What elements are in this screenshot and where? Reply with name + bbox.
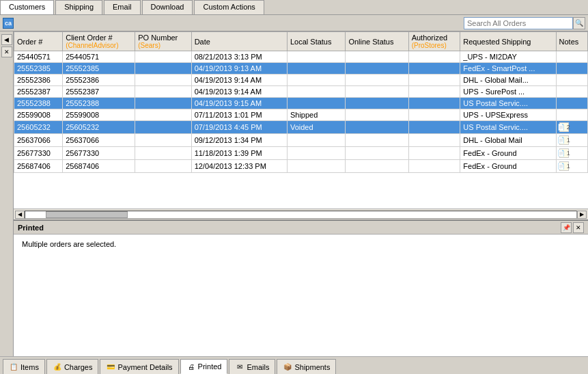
cell-4 [287, 147, 345, 160]
table-row[interactable]: 256052322560523207/19/2013 4:45 PMVoided… [14, 121, 588, 134]
search-button[interactable]: 🔍 [573, 17, 585, 29]
cell-1: 25552385 [63, 63, 135, 75]
table-container: Order # Client Order # (ChannelAdvisor) … [14, 31, 588, 356]
col-po[interactable]: PO Number (Sears) [135, 32, 191, 51]
col-client-order[interactable]: Client Order # (ChannelAdvisor) [63, 32, 135, 51]
table-row[interactable]: 255523852555238504/19/2013 9:13 AMFedEx … [14, 63, 588, 75]
cell-7: US Postal Servic.... [460, 98, 556, 109]
cell-notes: 📄 1 [556, 160, 587, 173]
search-input[interactable] [464, 17, 573, 29]
cell-1: 25637066 [63, 134, 135, 147]
cell-1: 25687406 [63, 160, 135, 173]
scrollbar-thumb[interactable] [46, 211, 128, 218]
tab-printed[interactable]: 🖨 Printed [180, 359, 228, 374]
horizontal-scrollbar[interactable]: ◀ ▶ [14, 209, 588, 219]
cell-1: 25552388 [63, 98, 135, 109]
cell-3: 04/19/2013 9:14 AM [191, 75, 287, 86]
cell-6 [408, 98, 460, 109]
cell-notes [556, 51, 587, 63]
tab-custom-actions[interactable]: Custom Actions [194, 0, 264, 14]
cell-notes [556, 86, 587, 98]
charges-icon: 💰 [53, 362, 62, 372]
table-row[interactable]: 255990082559900807/11/2013 1:01 PMShippe… [14, 109, 588, 121]
cell-3: 04/19/2013 9:14 AM [191, 86, 287, 98]
tab-charges[interactable]: 💰 Charges [46, 359, 99, 374]
cell-4 [287, 134, 345, 147]
cell-1: 25440571 [63, 51, 135, 63]
table-row[interactable]: 256874062568740612/04/2013 12:33 PMFedEx… [14, 160, 588, 173]
cell-notes: 📄 1 [556, 134, 587, 147]
table-row[interactable]: 255523882555238804/19/2013 9:15 AMUS Pos… [14, 98, 588, 109]
orders-table-wrap[interactable]: Order # Client Order # (ChannelAdvisor) … [14, 31, 588, 209]
left-sidebar: ◀ ✕ [0, 31, 14, 356]
cell-3: 09/12/2013 1:34 PM [191, 134, 287, 147]
cell-7: DHL - Global Mail... [460, 75, 556, 86]
cell-6 [408, 51, 460, 63]
cell-1: 25677330 [63, 147, 135, 160]
tab-shipments[interactable]: 📦 Shipments [277, 359, 336, 374]
cell-3: 07/11/2013 1:01 PM [191, 109, 287, 121]
scrollbar-track[interactable] [25, 211, 577, 219]
cell-7: US Postal Servic.... [460, 121, 556, 134]
tab-items[interactable]: 📋 Items [3, 359, 45, 374]
col-notes[interactable]: Notes [556, 32, 587, 51]
cell-2 [135, 147, 191, 160]
cell-4 [287, 98, 345, 109]
cell-0: 25552385 [14, 63, 63, 75]
tab-emails-label: Emails [247, 363, 269, 371]
cell-6 [408, 63, 460, 75]
cell-2 [135, 109, 191, 121]
panel-pin-button[interactable]: 📌 [561, 222, 572, 233]
cell-2 [135, 134, 191, 147]
cell-2 [135, 51, 191, 63]
search-container: 🔍 [464, 17, 585, 29]
col-date[interactable]: Date [191, 32, 287, 51]
cell-4 [287, 86, 345, 98]
table-row[interactable]: 256773302567733011/18/2013 1:39 PMFedEx … [14, 147, 588, 160]
tab-shipping[interactable]: Shipping [55, 0, 102, 14]
table-row[interactable]: 255523862555238604/19/2013 9:14 AMDHL - … [14, 75, 588, 86]
cell-notes [556, 98, 587, 109]
tab-emails[interactable]: ✉ Emails [229, 359, 275, 374]
col-local-status[interactable]: Local Status [287, 32, 345, 51]
tab-customers[interactable]: Customers [0, 0, 54, 14]
panel-close-button[interactable]: ✕ [573, 222, 584, 233]
cell-5 [346, 51, 408, 63]
cell-5 [346, 160, 408, 173]
cell-6 [408, 147, 460, 160]
table-row[interactable]: 256370662563706609/12/2013 1:34 PMDHL - … [14, 134, 588, 147]
cell-4: Voided [287, 121, 345, 134]
cell-0: 25440571 [14, 51, 63, 63]
tab-payment-label: Payment Details [117, 363, 172, 371]
col-authorized[interactable]: Authorized (ProStores) [408, 32, 460, 51]
cell-2 [135, 75, 191, 86]
cell-4 [287, 160, 345, 173]
cell-5 [346, 121, 408, 134]
table-row[interactable]: 254405712544057108/21/2013 3:13 PM_UPS -… [14, 51, 588, 63]
cell-3: 07/19/2013 4:45 PM [191, 121, 287, 134]
scroll-right-btn[interactable]: ▶ [577, 211, 587, 219]
cell-notes [556, 109, 587, 121]
note-icon: 📄 2 [559, 122, 569, 132]
cell-1: 25552386 [63, 75, 135, 86]
bottom-panel-title: Printed [18, 224, 559, 232]
col-shipping[interactable]: Requested Shipping [460, 32, 556, 51]
cell-5 [346, 86, 408, 98]
header-icon: ca [3, 18, 14, 29]
bottom-panel-header: Printed 📌 ✕ [14, 221, 588, 235]
sidebar-btn-1[interactable]: ◀ [1, 34, 12, 45]
tab-download[interactable]: Download [142, 0, 193, 14]
table-row[interactable]: 255523872555238704/19/2013 9:14 AMUPS - … [14, 86, 588, 98]
cell-6 [408, 160, 460, 173]
cell-2 [135, 121, 191, 134]
panel-message: Multiple orders are selected. [22, 240, 580, 248]
printed-icon: 🖨 [186, 362, 196, 371]
cell-4 [287, 51, 345, 63]
cell-0: 25599008 [14, 109, 63, 121]
scroll-left-btn[interactable]: ◀ [15, 211, 25, 219]
col-order[interactable]: Order # [14, 32, 63, 51]
sidebar-btn-2[interactable]: ✕ [1, 46, 12, 57]
tab-payment-details[interactable]: 💳 Payment Details [100, 359, 178, 374]
tab-email[interactable]: Email [104, 0, 141, 14]
col-online-status[interactable]: Online Status [346, 32, 408, 51]
